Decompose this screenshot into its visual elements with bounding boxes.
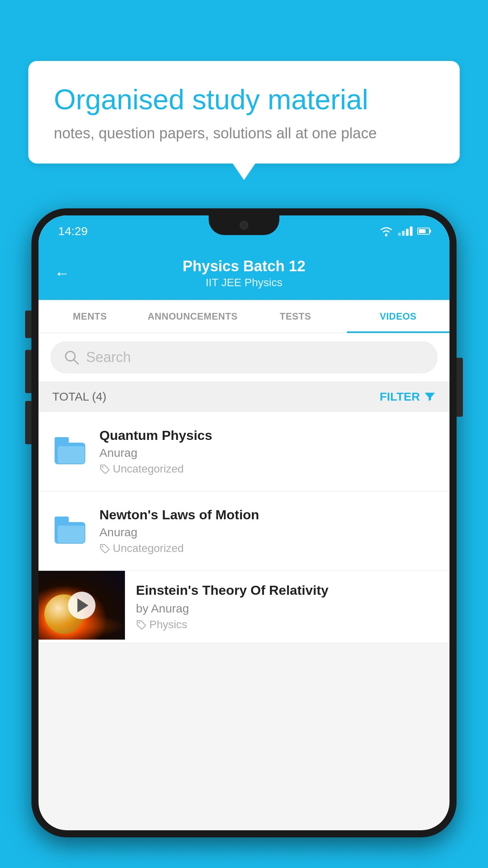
search-placeholder: Search bbox=[86, 349, 131, 366]
folder-icon-quantum bbox=[55, 439, 85, 464]
header-title: Physics Batch 12 bbox=[82, 258, 406, 275]
tag-label-quantum: Uncategorized bbox=[113, 463, 184, 475]
item-content-newton: Newton's Laws of Motion Anurag Uncategor… bbox=[99, 507, 436, 555]
item-tag-newton: Uncategorized bbox=[99, 542, 436, 555]
list-item[interactable]: Quantum Physics Anurag Uncategorized bbox=[39, 412, 449, 491]
search-box[interactable]: Search bbox=[50, 341, 438, 373]
tab-videos[interactable]: VIDEOS bbox=[347, 300, 450, 333]
tag-label-newton: Uncategorized bbox=[113, 542, 184, 555]
tag-icon-quantum bbox=[99, 464, 110, 474]
filter-bar: TOTAL (4) FILTER bbox=[39, 381, 449, 412]
total-count: TOTAL (4) bbox=[52, 390, 106, 403]
item-content-quantum: Quantum Physics Anurag Uncategorized bbox=[99, 428, 436, 475]
svg-point-0 bbox=[385, 234, 387, 236]
tag-icon-newton bbox=[99, 543, 110, 554]
tab-tests[interactable]: TESTS bbox=[244, 300, 347, 333]
volume-up-button bbox=[25, 311, 31, 338]
app-header: ← Physics Batch 12 IIT JEE Physics bbox=[39, 247, 449, 300]
svg-point-4 bbox=[102, 546, 103, 547]
phone-frame: 14:29 bbox=[31, 208, 457, 837]
filter-button[interactable]: FILTER bbox=[380, 390, 436, 403]
folder-front-newton bbox=[58, 526, 84, 543]
video-item-einstein[interactable]: Einstein's Theory Of Relativity by Anura… bbox=[39, 571, 449, 643]
tab-ments[interactable]: MENTS bbox=[39, 300, 141, 333]
list-container: Quantum Physics Anurag Uncategorized bbox=[39, 412, 449, 643]
battery-fill bbox=[419, 229, 426, 233]
phone-screen: 14:29 bbox=[39, 215, 449, 830]
front-camera bbox=[240, 221, 248, 230]
header-subtitle: IIT JEE Physics bbox=[82, 276, 406, 289]
item-icon-newton bbox=[52, 513, 88, 549]
tabs-bar: MENTS ANNOUNCEMENTS TESTS VIDEOS bbox=[39, 300, 449, 333]
item-title-quantum: Quantum Physics bbox=[99, 428, 436, 443]
list-item-newton[interactable]: Newton's Laws of Motion Anurag Uncategor… bbox=[39, 491, 449, 571]
tab-announcements[interactable]: ANNOUNCEMENTS bbox=[141, 300, 244, 333]
svg-line-2 bbox=[74, 360, 78, 364]
video-author-einstein: by Anurag bbox=[136, 602, 438, 615]
folder-front bbox=[58, 446, 84, 463]
speech-bubble-title: Organised study material bbox=[54, 83, 434, 116]
filter-icon bbox=[424, 391, 436, 403]
item-title-newton: Newton's Laws of Motion bbox=[99, 507, 436, 522]
wifi-icon bbox=[379, 226, 393, 237]
speech-bubble: Organised study material notes, question… bbox=[28, 61, 460, 164]
video-thumbnail-einstein bbox=[39, 571, 125, 640]
video-title-einstein: Einstein's Theory Of Relativity bbox=[136, 583, 438, 598]
volume-down-button bbox=[25, 350, 31, 393]
item-author-quantum: Anurag bbox=[99, 446, 436, 460]
speech-bubble-subtitle: notes, question papers, solutions all at… bbox=[54, 125, 434, 142]
video-content-einstein: Einstein's Theory Of Relativity by Anura… bbox=[125, 571, 449, 643]
back-button[interactable]: ← bbox=[54, 265, 70, 282]
svg-point-5 bbox=[138, 622, 140, 623]
signal-icon bbox=[398, 226, 413, 236]
status-bar: 14:29 bbox=[39, 215, 449, 247]
phone-wrapper: 14:29 bbox=[31, 208, 457, 868]
search-container: Search bbox=[39, 333, 449, 381]
speech-bubble-wrapper: Organised study material notes, question… bbox=[28, 61, 460, 164]
notch bbox=[209, 215, 279, 235]
power-button bbox=[457, 358, 463, 417]
play-button-einstein[interactable] bbox=[68, 592, 95, 619]
silent-button bbox=[25, 401, 31, 444]
status-time: 14:29 bbox=[58, 224, 88, 238]
status-icons bbox=[379, 226, 430, 237]
item-tag-quantum: Uncategorized bbox=[99, 463, 436, 475]
video-tag-einstein: Physics bbox=[136, 618, 438, 631]
tag-icon-einstein bbox=[136, 620, 146, 630]
item-icon-quantum bbox=[52, 434, 88, 469]
play-triangle bbox=[77, 598, 88, 612]
folder-icon-newton bbox=[55, 518, 85, 544]
search-icon bbox=[64, 350, 79, 365]
battery-icon bbox=[417, 228, 430, 235]
svg-point-3 bbox=[102, 466, 103, 468]
header-title-section: Physics Batch 12 IIT JEE Physics bbox=[82, 258, 406, 289]
item-author-newton: Anurag bbox=[99, 526, 436, 539]
tag-label-einstein: Physics bbox=[149, 618, 187, 631]
filter-label: FILTER bbox=[380, 390, 420, 403]
